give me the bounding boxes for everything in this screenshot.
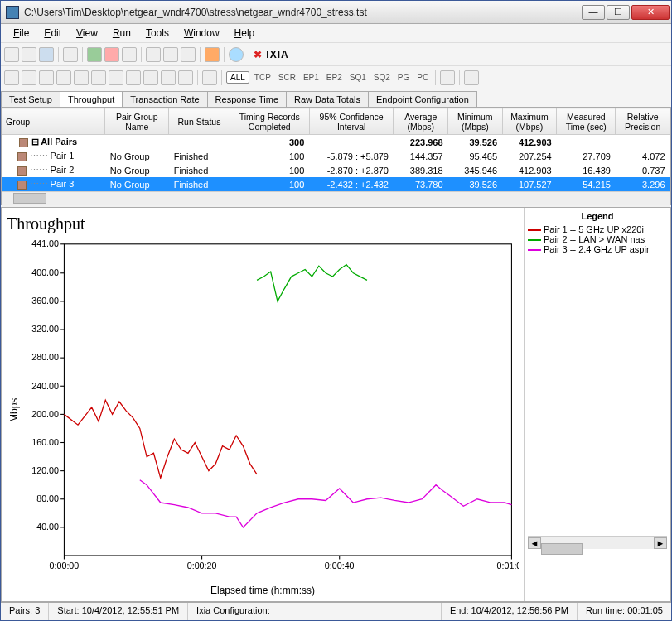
filter-sq1[interactable]: SQ1: [347, 73, 369, 82]
statusbar: Pairs: 3 Start: 10/4/2012, 12:55:51 PM I…: [1, 602, 671, 620]
summary-row[interactable]: ⊟ All Pairs 300 223.96839.526412.903: [2, 135, 670, 150]
ixia-logo: ✖ IXIA: [254, 49, 289, 60]
f7-icon[interactable]: [109, 70, 123, 85]
svg-text:80.00: 80.00: [36, 493, 59, 503]
table-row[interactable]: ⋯⋯ Pair 1 No GroupFinished 100-5.879 : +…: [2, 149, 670, 163]
paste-icon[interactable]: [181, 47, 196, 62]
menu-tools[interactable]: Tools: [138, 26, 176, 41]
svg-text:0:00:20: 0:00:20: [187, 561, 217, 570]
filter-pg[interactable]: PG: [395, 73, 412, 82]
legend-item[interactable]: Pair 2 -- LAN > WAN nas: [528, 234, 667, 244]
tab-transaction-rate[interactable]: Transaction Rate: [122, 91, 207, 107]
status-runtime: Run time: 00:01:05: [578, 603, 671, 620]
legend-item[interactable]: Pair 3 -- 2.4 GHz UP aspir: [528, 244, 667, 254]
svg-text:441.00: 441.00: [31, 238, 59, 248]
filter-sq2[interactable]: SQ2: [371, 73, 393, 82]
tab-throughput[interactable]: Throughput: [60, 91, 123, 107]
run-icon[interactable]: [87, 47, 102, 62]
app-icon: [6, 6, 19, 19]
svg-text:160.00: 160.00: [31, 437, 59, 447]
filter-ep1[interactable]: EP1: [301, 73, 321, 82]
f3-icon[interactable]: [39, 70, 54, 85]
table-row[interactable]: ⋯⋯ Pair 2 No GroupFinished 100-2.870 : +…: [2, 163, 670, 177]
toolbar-main: ✖ IXIA: [1, 42, 671, 65]
y-axis-label: Mbps: [7, 237, 22, 583]
col-group[interactable]: Group: [2, 108, 105, 135]
pause-icon[interactable]: [122, 47, 137, 62]
col-runstatus[interactable]: Run Status: [169, 108, 230, 135]
col-trc[interactable]: Timing Records Completed: [230, 108, 309, 135]
col-min[interactable]: Minimum (Mbps): [448, 108, 503, 135]
app-window: C:\Users\Tim\Desktop\netgear_wndr4700\st…: [0, 0, 672, 621]
new-icon[interactable]: [4, 47, 19, 62]
window-title: C:\Users\Tim\Desktop\netgear_wndr4700\st…: [24, 7, 582, 18]
legend-item[interactable]: Pair 1 -- 5 GHz UP x220i: [528, 224, 667, 234]
status-pairs: Pairs: 3: [1, 603, 49, 620]
filter-scr[interactable]: SCR: [276, 73, 298, 82]
menu-file[interactable]: File: [6, 26, 36, 41]
svg-text:0:00:40: 0:00:40: [325, 561, 355, 570]
legend-panel: Legend Pair 1 -- 5 GHz UP x220i Pair 2 -…: [524, 208, 670, 601]
menu-window[interactable]: Window: [176, 26, 227, 41]
chart-plot: 40.0080.00120.00160.00200.00240.00280.00…: [22, 237, 519, 583]
results-grid: Group Pair Group Name Run Status Timing …: [1, 107, 671, 205]
table-row[interactable]: ⋯⋯ Pair 3 No GroupFinished 100-2.432 : +…: [2, 177, 670, 191]
legend-scrollbar[interactable]: ◄►: [528, 536, 667, 549]
add-icon[interactable]: [146, 47, 161, 62]
tab-endpoint-config[interactable]: Endpoint Configuration: [368, 91, 477, 107]
col-ci[interactable]: 95% Confidence Interval: [309, 108, 394, 135]
result-tabs: Test Setup Throughput Transaction Rate R…: [1, 89, 671, 107]
f5-icon[interactable]: [74, 70, 89, 85]
f8-icon[interactable]: [126, 70, 141, 85]
svg-text:280.00: 280.00: [31, 352, 59, 362]
filter-pc[interactable]: PC: [414, 73, 431, 82]
f11-icon[interactable]: [178, 70, 193, 85]
info-icon[interactable]: [229, 47, 244, 62]
filter-ep2[interactable]: EP2: [324, 73, 345, 82]
svg-text:200.00: 200.00: [31, 409, 59, 419]
col-max[interactable]: Maximum (Mbps): [502, 108, 557, 135]
filter-tcp[interactable]: TCP: [252, 73, 273, 82]
titlebar: C:\Users\Tim\Desktop\netgear_wndr4700\st…: [1, 1, 671, 24]
stop-icon[interactable]: [104, 47, 119, 62]
chart-title: Throughput: [7, 214, 519, 233]
status-ixia: Ixia Configuration:: [188, 603, 442, 620]
filter-all-button[interactable]: ALL: [226, 71, 249, 84]
maximize-button[interactable]: ☐: [607, 5, 630, 20]
f10-icon[interactable]: [161, 70, 176, 85]
f6-icon[interactable]: [91, 70, 106, 85]
status-start: Start: 10/4/2012, 12:55:51 PM: [49, 603, 188, 620]
f13-icon[interactable]: [440, 70, 455, 85]
copy-icon[interactable]: [163, 47, 178, 62]
close-button[interactable]: ✕: [631, 5, 670, 20]
tab-response-time[interactable]: Response Time: [207, 91, 287, 107]
tab-test-setup[interactable]: Test Setup: [1, 91, 60, 107]
svg-text:40.00: 40.00: [36, 522, 59, 532]
x-axis-label: Elapsed time (h:mm:ss): [7, 585, 519, 596]
save-icon[interactable]: [39, 47, 54, 62]
svg-text:240.00: 240.00: [31, 380, 59, 390]
f14-icon[interactable]: [464, 70, 479, 85]
tab-raw-data[interactable]: Raw Data Totals: [286, 91, 369, 107]
tool-icon[interactable]: [205, 47, 220, 62]
svg-text:0:00:00: 0:00:00: [50, 561, 80, 570]
menu-help[interactable]: Help: [227, 26, 263, 41]
print-icon[interactable]: [63, 47, 78, 62]
minimize-button[interactable]: —: [582, 5, 605, 20]
f9-icon[interactable]: [143, 70, 158, 85]
col-mt[interactable]: Measured Time (sec): [557, 108, 616, 135]
menu-run[interactable]: Run: [105, 26, 138, 41]
f2-icon[interactable]: [22, 70, 36, 85]
svg-text:0:01:05: 0:01:05: [497, 561, 519, 570]
col-pairgroup[interactable]: Pair Group Name: [105, 108, 169, 135]
col-rp[interactable]: Relative Precision: [616, 108, 670, 135]
col-avg[interactable]: Average (Mbps): [394, 108, 448, 135]
menu-view[interactable]: View: [69, 26, 105, 41]
menu-edit[interactable]: Edit: [36, 26, 69, 41]
f1-icon[interactable]: [4, 70, 19, 85]
f4-icon[interactable]: [56, 70, 71, 85]
f12-icon[interactable]: [202, 70, 217, 85]
grid-scrollbar[interactable]: [2, 191, 670, 205]
open-icon[interactable]: [22, 47, 36, 62]
svg-rect-0: [64, 244, 511, 556]
